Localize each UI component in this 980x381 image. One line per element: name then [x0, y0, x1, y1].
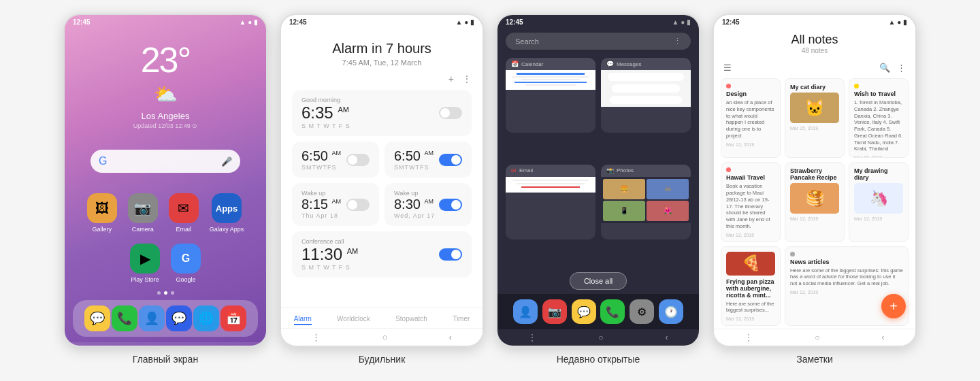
recent-dock-camera[interactable]: 📷: [542, 299, 567, 324]
recent-dock-contacts[interactable]: 👤: [513, 299, 538, 324]
note-date-cat: Mar 15, 2019: [790, 126, 839, 131]
dock-calendar[interactable]: 📅: [220, 305, 246, 331]
alarm-toggle-4[interactable]: [439, 248, 462, 261]
recent-card-header-3: ✉ Email: [506, 165, 595, 177]
recent-card-header-4: 📸 Photos: [601, 165, 691, 177]
alarm-time-2b: 6:50 AM: [394, 148, 434, 164]
alarm-toggle-3b[interactable]: [439, 199, 462, 211]
recent-dock-settings[interactable]: ⚙: [630, 299, 654, 324]
alarm-toggle-2[interactable]: [346, 154, 370, 166]
notes-actions: 🔍 ⋮: [879, 63, 906, 73]
note-date-design: Mar 12, 2019: [726, 142, 775, 147]
tab-stopwatch[interactable]: Stopwatch: [395, 314, 427, 325]
dock-chat[interactable]: 💬: [166, 305, 192, 331]
nav-back-btn[interactable]: ‹: [232, 346, 235, 347]
alarm-item-635[interactable]: Good morning 6:35 AM S M T W T F S: [292, 90, 472, 136]
home-page-dots: [157, 291, 174, 295]
recent-card-photos[interactable]: 📸 Photos 🍔 🏔 📱 🌺: [601, 165, 691, 239]
home-screen: 12:45 ▲ ● ▮ 23° ⛅ Los Angeles Updated 12…: [65, 15, 266, 346]
note-title-travel: Wish to Travel: [854, 90, 903, 97]
notes-menu-icon[interactable]: ☰: [723, 63, 732, 73]
app-camera[interactable]: 📷 Camera: [128, 193, 158, 233]
notes-indicators: ▲ ● ▮: [889, 18, 908, 26]
recent-nav-menu[interactable]: ⋮: [528, 333, 536, 342]
recent-card-email[interactable]: ✉ Email: [506, 165, 595, 239]
home-city: Los Angeles: [142, 111, 190, 121]
recent-status-bar: 12:45 ▲ ● ▮: [497, 15, 699, 27]
dock-phone[interactable]: 📞: [112, 305, 137, 331]
tab-alarm[interactable]: Alarm: [294, 314, 312, 325]
home-time: 12:45: [73, 18, 91, 26]
note-travel[interactable]: Wish to Travel 1. forest in Manitoba, Ca…: [849, 78, 909, 158]
note-title-news: News articles: [790, 259, 903, 265]
note-title-pizza: Frying pan pizza with aubergine, ricotta…: [726, 278, 775, 299]
alarm-tag-4: Conference call: [301, 238, 358, 245]
note-dot-travel: [854, 84, 859, 88]
dot-2: [164, 291, 167, 295]
notes-fab-button[interactable]: +: [881, 294, 906, 318]
alarm-item-650b[interactable]: 6:50 AM SMTWTFS: [385, 142, 472, 178]
alarm-item-815[interactable]: Wake up 8:15 AM Thu Apr 18: [292, 183, 379, 226]
notes-nav-home[interactable]: ○: [815, 333, 819, 342]
alarm-nav-back[interactable]: ‹: [449, 332, 452, 342]
note-title-drawing: My drawing diary: [854, 167, 903, 181]
app-email[interactable]: ✉ Email: [169, 193, 199, 233]
alarm-nav-home[interactable]: ○: [382, 332, 387, 342]
recent-nav-back[interactable]: ‹: [666, 333, 668, 342]
alarm-nav-menu[interactable]: ⋮: [312, 332, 321, 342]
alarm-navbar: ⋮ ○ ‹: [281, 328, 483, 346]
home-status-bar: 12:45 ▲ ● ▮: [65, 15, 266, 27]
alarm-toggle-3[interactable]: [346, 199, 370, 211]
notes-search-icon[interactable]: 🔍: [879, 63, 890, 73]
dock-internet[interactable]: 🌐: [193, 305, 219, 331]
alarm-time-3b: 8:30 AM: [394, 197, 435, 212]
recent-dock-messages[interactable]: 💬: [572, 299, 596, 324]
note-date-travel: Mar 15, 2019: [854, 155, 903, 158]
app-galaxy[interactable]: Apps Galaxy Apps: [210, 193, 244, 233]
note-drawing[interactable]: My drawing diary 🦄 Mar 12, 2019: [849, 162, 909, 242]
notes-nav-back[interactable]: ‹: [882, 333, 885, 342]
close-all-button[interactable]: Close all: [570, 272, 627, 290]
app-gallery[interactable]: 🖼 Gallery: [87, 193, 117, 233]
notes-more-icon[interactable]: ⋮: [897, 63, 906, 73]
recent-dock-phone[interactable]: 📞: [600, 299, 625, 324]
note-hawaii[interactable]: Hawaii Travel Book a vacation package to…: [721, 162, 781, 242]
gallery-icon: 🖼: [87, 193, 117, 223]
notes-nav-menu[interactable]: ⋮: [745, 333, 753, 342]
home-weather-icon: ⛅: [154, 83, 178, 105]
alarm-add-icon[interactable]: +: [448, 73, 454, 84]
note-pancake[interactable]: Strawberry Pancake Recipe 🥞 Mar 12, 2019: [785, 162, 845, 242]
tab-timer[interactable]: Timer: [453, 314, 470, 325]
dock-contacts[interactable]: 👤: [139, 305, 165, 331]
alarm-toggle-1[interactable]: [439, 107, 462, 119]
note-dot-news: [790, 252, 795, 256]
phone-notes-wrapper: 12:45 ▲ ● ▮ All notes 48 notes ☰ 🔍 ⋮: [713, 14, 917, 365]
recent-card-body-1: [506, 70, 595, 90]
alarm-time-2: 6:50 AM: [301, 148, 341, 164]
nav-menu-btn[interactable]: ⋮: [95, 346, 105, 347]
note-design[interactable]: Design an idea of a place of nice key co…: [721, 78, 781, 158]
alarm-item-830[interactable]: Wake up 8:30 AM Wed, Apr 17: [385, 183, 472, 226]
home-indicators: ▲ ● ▮: [240, 18, 259, 26]
alarm-days-2b: SMTWTFS: [394, 164, 434, 171]
tab-worldclock[interactable]: Worldclock: [337, 314, 370, 325]
alarm-toggle-2b[interactable]: [439, 154, 462, 166]
dock-messages[interactable]: 💬: [84, 305, 110, 331]
home-search-bar[interactable]: G 🎤: [91, 150, 240, 173]
camera-icon: 📷: [128, 193, 158, 223]
recent-card-messages[interactable]: 💬 Messages: [601, 58, 691, 133]
recent-card-calendar[interactable]: 📅 Calendar: [506, 58, 595, 133]
alarm-tag-1: Good morning: [301, 97, 350, 103]
alarm-item-650[interactable]: 6:50 AM SMTWTFS: [292, 142, 379, 178]
note-pizza[interactable]: 🍕 Frying pan pizza with aubergine, ricot…: [721, 246, 781, 326]
app-google[interactable]: G Google: [171, 244, 201, 283]
note-cat-diary[interactable]: My cat diary 🐱 Mar 15, 2019: [785, 78, 845, 158]
note-body-pizza: Here are some of the biggest surprises..…: [726, 301, 775, 314]
app-play[interactable]: ▶ Play Store: [130, 244, 160, 283]
alarm-more-icon[interactable]: ⋮: [462, 73, 472, 84]
recent-search-bar[interactable]: Search ⋮: [506, 33, 691, 50]
recent-nav-home[interactable]: ○: [598, 333, 603, 342]
recent-dock-clock[interactable]: 🕐: [659, 299, 683, 324]
nav-home-btn[interactable]: ○: [165, 346, 171, 347]
alarm-item-1130[interactable]: Conference call 11:30 AM S M T W T F S: [292, 231, 472, 278]
